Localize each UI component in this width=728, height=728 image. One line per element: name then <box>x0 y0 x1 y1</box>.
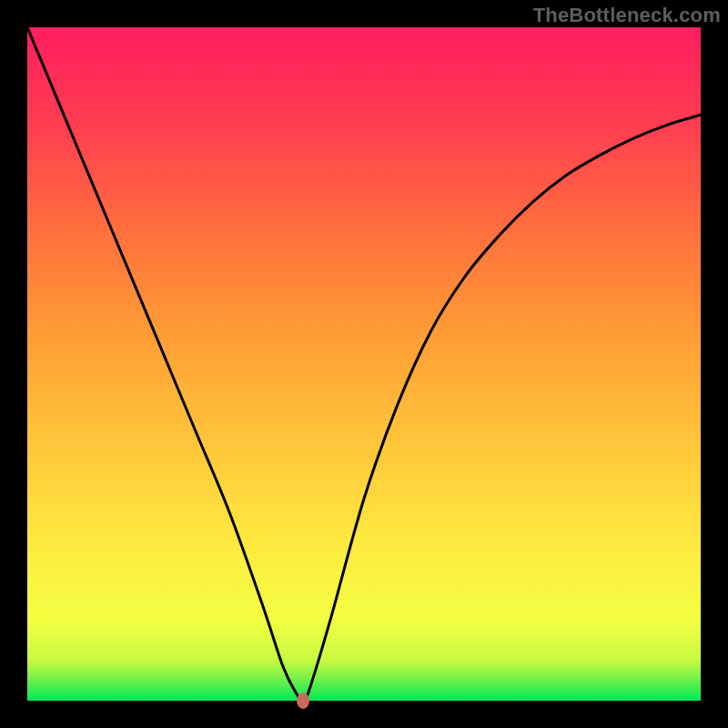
watermark-text: TheBottleneck.com <box>533 4 721 27</box>
chart-frame: TheBottleneck.com <box>0 0 728 728</box>
plot-area <box>27 27 701 701</box>
minimum-marker <box>297 693 309 709</box>
bottleneck-curve <box>27 27 701 701</box>
